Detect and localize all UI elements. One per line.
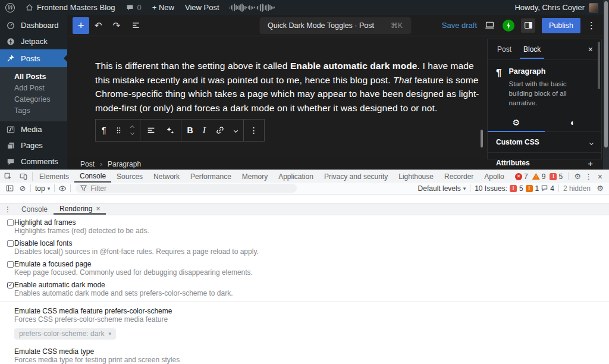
error-count-badge[interactable]: ✕ 7 [515,172,528,181]
preview-icon[interactable] [484,20,496,30]
submenu-item-categories[interactable]: Categories [0,94,67,105]
paragraph-block-icon-button[interactable]: ¶ [97,120,111,141]
jetpack-button[interactable] [503,20,514,32]
bold-button[interactable]: B [183,120,198,141]
console-filter[interactable] [76,184,297,193]
tab-elements[interactable]: Elements [34,170,74,183]
devtools-close-icon[interactable]: × [597,172,604,181]
italic-button[interactable]: I [198,120,211,141]
document-overview-button[interactable] [125,20,146,30]
issues-summary[interactable]: 10 Issues: ! 5 ! 1 4 [472,184,557,193]
new-content-menu[interactable]: + New [147,0,180,15]
setting-label[interactable]: Emulate a focused page [14,260,609,268]
tab-sources[interactable]: Sources [111,170,148,183]
drawer-tab-rendering[interactable]: Rendering × [54,203,106,215]
tab-post[interactable]: Post [491,39,517,59]
align-button[interactable] [142,120,161,141]
paragraph-block[interactable]: This is different than the setting above… [95,59,485,115]
submenu-item-tags[interactable]: Tags [0,105,67,117]
issues-count-badge[interactable]: ! 5 [550,172,563,181]
more-formats-button[interactable] [230,120,242,141]
posts-submenu: All Posts Add Post Categories Tags [0,67,67,121]
sidebar-item-media[interactable]: Media [0,121,67,137]
devtools-menu-icon[interactable]: ⋮ [585,172,592,181]
tab-recorder[interactable]: Recorder [439,170,479,183]
sidebar-item-pages[interactable]: Pages [0,137,67,153]
hidden-messages-label[interactable]: 2 hidden [560,184,594,193]
filter-input[interactable] [90,184,269,193]
tab-memory[interactable]: Memory [237,170,273,183]
avatar[interactable] [589,3,598,12]
block-inserter-button[interactable]: + [73,17,89,34]
drawer-menu-icon[interactable]: ⋮ [0,203,15,215]
tab-block[interactable]: Block [517,39,547,59]
console-settings-icon[interactable]: ⚙ [594,184,607,193]
drag-handle[interactable] [111,120,126,141]
checkbox[interactable] [7,219,14,226]
tab-application[interactable]: Application [273,170,319,183]
device-toolbar-icon[interactable] [15,170,31,183]
block-name: Paragraph [508,67,591,76]
prefers-color-scheme-select[interactable]: prefers-color-scheme: dark ▾ [14,328,116,340]
checkbox[interactable] [7,261,14,268]
submenu-item-add-post[interactable]: Add Post [0,83,67,94]
drawer-tab-console[interactable]: Console [15,203,54,215]
tab-network[interactable]: Network [148,170,185,183]
devtools-settings-icon[interactable]: ⚙ [574,172,581,181]
howdy-account-menu[interactable]: Howdy, Chris Coyier [514,3,585,12]
console-messages-area[interactable] [0,194,609,203]
tab-privacy-and-security[interactable]: Privacy and security [319,170,393,183]
tab-performance[interactable]: Performance [185,170,237,183]
save-draft-button[interactable]: Save draft [442,21,477,30]
submenu-item-all-posts[interactable]: All Posts [0,71,67,83]
console-sidebar-icon[interactable] [3,184,16,192]
sidebar-item-comments[interactable]: Comments [0,153,67,170]
redo-button[interactable]: ↷ [108,20,126,31]
link-button[interactable] [211,120,230,141]
ai-assistant-button[interactable] [161,120,180,141]
setting-label[interactable]: Highlight ad frames [14,218,609,227]
block-card: ¶ Paragraph Start with the basic buildin… [488,59,601,114]
warning-count-badge[interactable]: ! 9 [532,172,546,181]
inspector-scrollbar-thumb[interactable] [598,42,600,89]
close-sidebar-button[interactable]: × [583,39,598,59]
setting-description: Disables local() sources in @font-face r… [14,247,609,256]
breadcrumb-paragraph[interactable]: Paragraph [108,160,141,168]
clear-console-icon[interactable]: ⊘ [16,184,29,193]
wp-logo-menu[interactable]: W [0,0,20,15]
styles-subtab[interactable]: ◐ [545,114,602,131]
panel-custom-css[interactable]: Custom CSS [488,132,601,153]
checkbox[interactable] [7,240,14,247]
sidebar-item-dashboard[interactable]: Dashboard [0,17,67,33]
settings-sidebar-toggle[interactable] [521,18,535,33]
tab-lighthouse[interactable]: Lighthouse [393,170,439,183]
tab-console[interactable]: Console [74,170,111,183]
waveform-icon [225,3,280,12]
site-name-link[interactable]: Frontend Masters Blog [20,0,121,15]
tab-apollo[interactable]: Apollo [479,170,509,183]
window-scrollbar[interactable] [603,0,609,170]
window-scrollbar-thumb[interactable] [604,1,608,148]
checkbox-checked[interactable]: ✓ [7,282,14,288]
log-levels-selector[interactable]: Default levels▾ [415,184,469,193]
editor-options-button[interactable]: ⋮ [587,20,596,31]
setting-label[interactable]: Disable local fonts [14,239,609,247]
sidebar-item-posts[interactable]: Posts [0,49,67,67]
move-up-button[interactable] [130,125,134,130]
close-rendering-tab-icon[interactable]: × [96,205,100,213]
setting-label[interactable]: Enable automatic dark mode [14,281,609,289]
view-post-link[interactable]: View Post [180,0,225,15]
block-options-button[interactable]: ⋮ [245,120,263,141]
live-expression-eye-icon[interactable] [56,184,69,193]
breadcrumb-post[interactable]: Post [80,160,95,168]
command-palette[interactable]: Quick Dark Mode Toggles · Post ⌘K [259,17,411,34]
publish-button[interactable]: Publish [542,18,580,33]
sidebar-item-jetpack[interactable]: Jetpack [0,33,67,49]
comments-shortcut[interactable]: 0 [121,0,147,15]
execution-context-selector[interactable]: top▾ [32,184,53,193]
inspect-element-icon[interactable] [0,170,15,183]
undo-button[interactable]: ↶ [89,20,108,31]
editor-scrollbar-thumb[interactable] [481,130,483,148]
settings-subtab[interactable]: ⚙ [488,114,545,131]
move-down-button[interactable] [130,131,134,135]
